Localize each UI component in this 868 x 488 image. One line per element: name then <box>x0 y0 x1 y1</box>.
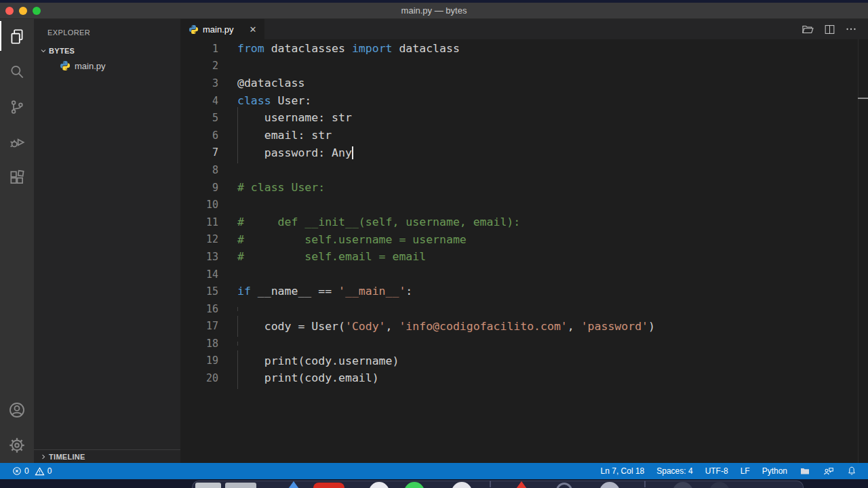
extensions-icon[interactable] <box>0 160 34 195</box>
split-editor-icon[interactable] <box>822 22 837 37</box>
line-number: 10 <box>180 199 237 211</box>
warning-count: 0 <box>47 466 52 476</box>
code-text: # class User: <box>237 179 325 197</box>
chevron-down-icon <box>38 45 49 56</box>
folder-icon[interactable] <box>795 463 814 479</box>
explorer-icon[interactable] <box>0 19 34 54</box>
status-bar: 0 0 Ln 7, Col 18 Spaces: 4 UTF-8 LF Pyth… <box>0 463 868 479</box>
code-line[interactable]: 18 <box>180 335 868 352</box>
python-icon <box>189 24 199 35</box>
code-line[interactable]: 15if __name__ == '__main__': <box>180 283 868 300</box>
eol-label: LF <box>741 466 750 476</box>
code-line[interactable]: 2 <box>180 58 868 75</box>
code-lines: 1from dataclasses import dataclass23@dat… <box>180 40 868 387</box>
bell-icon[interactable] <box>842 463 861 479</box>
code-text: email: str <box>237 127 332 144</box>
folder-section-bytes[interactable]: BYTES <box>34 43 180 58</box>
code-line[interactable]: 14 <box>180 266 868 283</box>
cursor-position[interactable]: Ln 7, Col 18 <box>597 463 649 479</box>
search-icon[interactable] <box>0 54 34 89</box>
open-folder-icon[interactable] <box>800 22 815 37</box>
dock-app-icon[interactable] <box>313 483 344 488</box>
chevron-right-icon <box>38 451 49 462</box>
timeline-section[interactable]: TIMELINE <box>34 449 180 463</box>
dock-app-icon[interactable] <box>195 483 221 488</box>
file-item-label: main.py <box>75 61 106 71</box>
line-number: 1 <box>180 43 237 55</box>
more-actions-icon[interactable] <box>844 22 859 37</box>
line-number: 19 <box>180 354 237 367</box>
line-number: 18 <box>180 338 237 350</box>
code-line[interactable]: 6 email: str <box>180 127 868 144</box>
line-number: 8 <box>180 164 237 176</box>
code-line[interactable]: 7 password: Any <box>180 144 868 162</box>
line-number: 14 <box>180 268 237 281</box>
code-editor[interactable]: 1from dataclasses import dataclass23@dat… <box>180 39 868 463</box>
run-debug-icon[interactable] <box>0 125 34 160</box>
code-text: @dataclass <box>237 75 304 92</box>
feedback-icon[interactable] <box>818 463 838 479</box>
code-text: # def __init__(self, username, email): <box>237 214 520 231</box>
line-number: 2 <box>180 60 237 72</box>
dock-app-icon[interactable] <box>285 481 302 488</box>
titlebar[interactable]: main.py — bytes <box>0 3 868 19</box>
code-text: class User: <box>237 92 311 110</box>
source-control-icon[interactable] <box>0 89 34 125</box>
code-line[interactable]: 17 cody = User('Cody', 'info@codigofacil… <box>180 318 868 336</box>
file-item-mainpy[interactable]: main.py <box>34 58 180 73</box>
line-number: 20 <box>180 372 237 384</box>
macos-dock <box>0 479 868 488</box>
zoom-window-button[interactable] <box>33 7 41 15</box>
problems-indicator[interactable]: 0 0 <box>9 463 54 479</box>
code-text: print(cody.email) <box>237 369 379 387</box>
line-number: 17 <box>180 320 237 332</box>
line-number: 4 <box>180 95 237 107</box>
close-window-button[interactable] <box>5 7 14 15</box>
settings-gear-icon[interactable] <box>0 428 34 463</box>
code-line[interactable]: 8 <box>180 161 868 179</box>
folder-section-label: BYTES <box>49 47 75 55</box>
line-number: 12 <box>180 233 237 245</box>
code-text: from dataclasses import dataclass <box>237 40 460 58</box>
code-line[interactable]: 10 <box>180 196 868 214</box>
window-title: main.py — bytes <box>0 5 868 16</box>
active-view-indicator <box>0 21 1 51</box>
code-line[interactable]: 16 <box>180 300 868 318</box>
code-line[interactable]: 1from dataclasses import dataclass <box>180 40 868 58</box>
accounts-icon[interactable] <box>0 392 34 428</box>
dock-app-icon[interactable] <box>513 481 530 488</box>
close-tab-icon[interactable]: ✕ <box>247 23 259 35</box>
error-count: 0 <box>24 466 29 476</box>
overview-ruler-cursor-marker <box>858 98 868 99</box>
encoding-setting[interactable]: UTF-8 <box>701 463 732 479</box>
code-text: if __name__ == '__main__': <box>237 283 412 300</box>
code-line[interactable]: 13# self.email = email <box>180 248 868 266</box>
language-mode[interactable]: Python <box>758 463 791 479</box>
line-number: 7 <box>180 146 237 159</box>
dock-app-icon[interactable] <box>225 483 256 488</box>
code-text: cody = User('Cody', 'info@codigofacilito… <box>237 318 655 336</box>
tab-label: main.py <box>203 24 243 35</box>
code-line[interactable]: 4class User: <box>180 92 868 110</box>
minimize-window-button[interactable] <box>19 7 27 15</box>
tab-mainpy[interactable]: main.py ✕ <box>180 19 264 39</box>
indentation-setting[interactable]: Spaces: 4 <box>652 463 696 479</box>
code-line[interactable]: 20 print(cody.email) <box>180 369 868 387</box>
code-line[interactable]: 19 print(cody.username) <box>180 352 868 370</box>
dock-separator <box>490 481 491 487</box>
code-line[interactable]: 9# class User: <box>180 179 868 197</box>
line-number: 13 <box>180 251 237 263</box>
code-text: print(cody.username) <box>237 352 399 370</box>
code-line[interactable]: 5 username: str <box>180 109 868 127</box>
cursor-position-label: Ln 7, Col 18 <box>601 466 645 476</box>
code-line[interactable]: 12# self.username = username <box>180 231 868 249</box>
line-number: 3 <box>180 77 237 89</box>
code-text: # self.username = username <box>237 231 467 249</box>
line-number: 5 <box>180 112 237 124</box>
code-line[interactable]: 11# def __init__(self, username, email): <box>180 214 868 231</box>
eol-setting[interactable]: LF <box>736 463 754 479</box>
warning-icon <box>35 466 45 476</box>
tab-bar: main.py ✕ <box>180 19 868 39</box>
code-line[interactable]: 3@dataclass <box>180 75 868 92</box>
explorer-sidebar: EXPLORER BYTES main.py TIMELINE <box>34 19 180 463</box>
